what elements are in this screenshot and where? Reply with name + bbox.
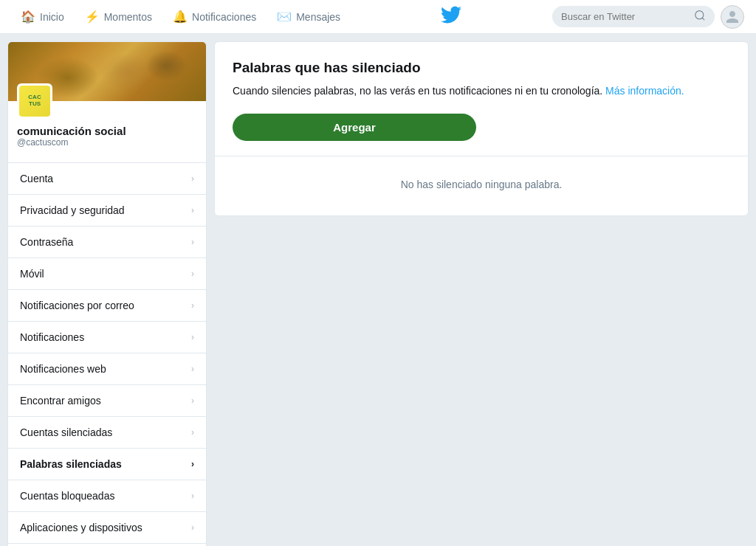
sidebar-item-label: Notificaciones por correo — [20, 300, 134, 311]
chevron-right-icon: › — [191, 237, 194, 247]
search-box — [552, 6, 715, 27]
chevron-right-icon: › — [191, 269, 194, 279]
sidebar-item-cuenta[interactable]: Cuenta› — [8, 163, 206, 195]
sidebar-item-movil[interactable]: Móvil› — [8, 258, 206, 290]
sidebar-item-label: Encontrar amigos — [20, 395, 101, 407]
cactus-logo: CAC TUS — [19, 86, 50, 117]
nav-left: 🏠 Inicio ⚡ Momentos 🔔 Notificaciones ✉️ … — [12, 5, 349, 28]
nav-momentos[interactable]: ⚡ Momentos — [76, 5, 161, 28]
sidebar-item-label: Móvil — [20, 268, 44, 280]
main-layout: CAC TUS comunicación social @cactuscom C… — [0, 34, 756, 546]
sidebar-profile: CAC TUS comunicación social @cactuscom — [8, 42, 206, 156]
chevron-right-icon: › — [191, 300, 194, 311]
nav-inicio[interactable]: 🏠 Inicio — [12, 5, 73, 28]
profile-avatar: CAC TUS — [17, 83, 52, 119]
search-icon[interactable] — [694, 10, 706, 24]
home-icon: 🏠 — [21, 10, 35, 24]
nav-inicio-label: Inicio — [40, 11, 64, 23]
sidebar-item-notif[interactable]: Notificaciones› — [8, 322, 206, 353]
nav-notificaciones[interactable]: 🔔 Notificaciones — [164, 5, 265, 28]
sidebar-item-label: Cuenta — [20, 173, 53, 184]
chevron-right-icon: › — [191, 173, 194, 184]
add-button[interactable]: Agregar — [233, 114, 476, 141]
sidebar-nav: Cuenta›Privacidad y seguridad›Contraseña… — [8, 162, 206, 546]
sidebar-item-aplicaciones[interactable]: Aplicaciones y dispositivos› — [8, 512, 206, 544]
chevron-right-icon: › — [191, 427, 194, 438]
main-content: Palabras que has silenciado Cuando silen… — [214, 41, 749, 546]
top-navigation: 🏠 Inicio ⚡ Momentos 🔔 Notificaciones ✉️ … — [0, 0, 756, 34]
chevron-right-icon: › — [191, 395, 194, 406]
bell-icon: 🔔 — [173, 10, 188, 24]
profile-handle: @cactuscom — [17, 137, 197, 148]
sidebar-item-label: Notificaciones — [20, 331, 84, 343]
sidebar-item-privacidad[interactable]: Privacidad y seguridad› — [8, 195, 206, 227]
chevron-right-icon: › — [191, 491, 194, 501]
nav-momentos-label: Momentos — [104, 11, 152, 23]
sidebar-item-label: Cuentas bloqueadas — [20, 490, 114, 502]
chevron-right-icon: › — [191, 364, 194, 374]
twitter-logo — [441, 4, 461, 30]
sidebar: CAC TUS comunicación social @cactuscom C… — [7, 41, 207, 546]
profile-info: comunicación social @cactuscom — [8, 119, 206, 148]
empty-state: No has silenciado ninguna palabra. — [233, 156, 730, 198]
sidebar-item-label: Notificaciones web — [20, 363, 106, 375]
sidebar-item-cuentas-bloqueadas[interactable]: Cuentas bloqueadas› — [8, 480, 206, 512]
chevron-right-icon: › — [191, 459, 194, 469]
nav-mensajes-label: Mensajes — [296, 11, 340, 23]
nav-right — [552, 5, 744, 29]
sidebar-item-notif-web[interactable]: Notificaciones web› — [8, 353, 206, 385]
page-title: Palabras que has silenciado — [233, 60, 730, 76]
chevron-right-icon: › — [191, 205, 194, 215]
sidebar-item-label: Contraseña — [20, 236, 73, 248]
nav-notificaciones-label: Notificaciones — [192, 11, 256, 23]
profile-name: comunicación social — [17, 125, 197, 137]
chevron-right-icon: › — [191, 522, 194, 533]
nav-center — [349, 4, 552, 30]
sidebar-item-palabras-silenciadas[interactable]: Palabras silenciadas› — [8, 449, 206, 480]
search-input[interactable] — [561, 11, 688, 22]
sidebar-item-contrasena[interactable]: Contraseña› — [8, 227, 206, 258]
content-card: Palabras que has silenciado Cuando silen… — [214, 41, 749, 216]
mail-icon: ✉️ — [277, 10, 292, 24]
page-description: Cuando silencies palabras, no las verás … — [233, 83, 730, 99]
sidebar-item-amigos[interactable]: Encontrar amigos› — [8, 385, 206, 417]
sidebar-item-label: Aplicaciones y dispositivos — [20, 522, 142, 533]
nav-mensajes[interactable]: ✉️ Mensajes — [268, 5, 349, 28]
sidebar-item-label: Palabras silenciadas — [20, 458, 122, 470]
sidebar-item-label: Cuentas silenciadas — [20, 426, 112, 438]
sidebar-item-notif-correo[interactable]: Notificaciones por correo› — [8, 290, 206, 322]
sidebar-item-cuentas-silenciadas[interactable]: Cuentas silenciadas› — [8, 417, 206, 449]
avatar[interactable] — [721, 5, 744, 29]
more-info-link[interactable]: Más información. — [605, 85, 684, 97]
sidebar-item-label: Privacidad y seguridad — [20, 204, 125, 216]
chevron-right-icon: › — [191, 332, 194, 342]
bolt-icon: ⚡ — [85, 10, 100, 24]
